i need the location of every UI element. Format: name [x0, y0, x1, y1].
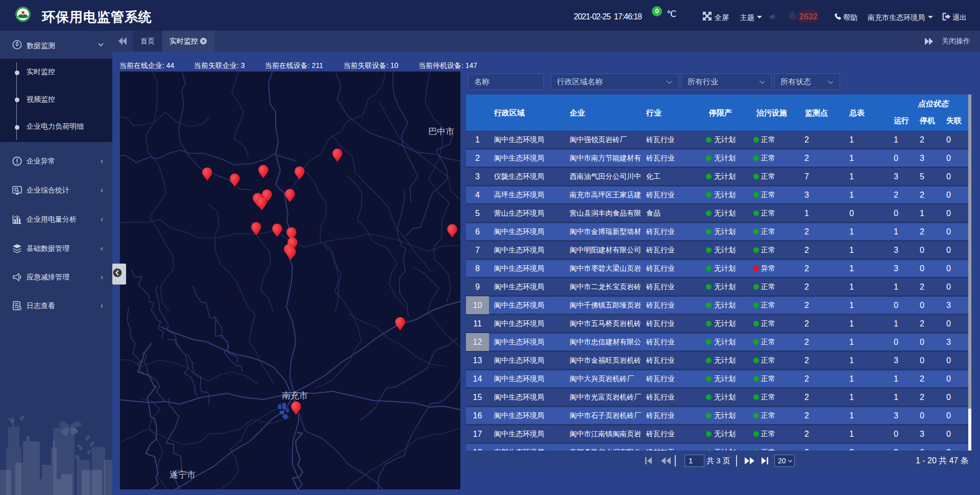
svg-text:巴中市: 巴中市: [428, 127, 454, 136]
svg-text:南充市: 南充市: [282, 391, 308, 400]
svg-text:遂宁市: 遂宁市: [169, 470, 195, 480]
